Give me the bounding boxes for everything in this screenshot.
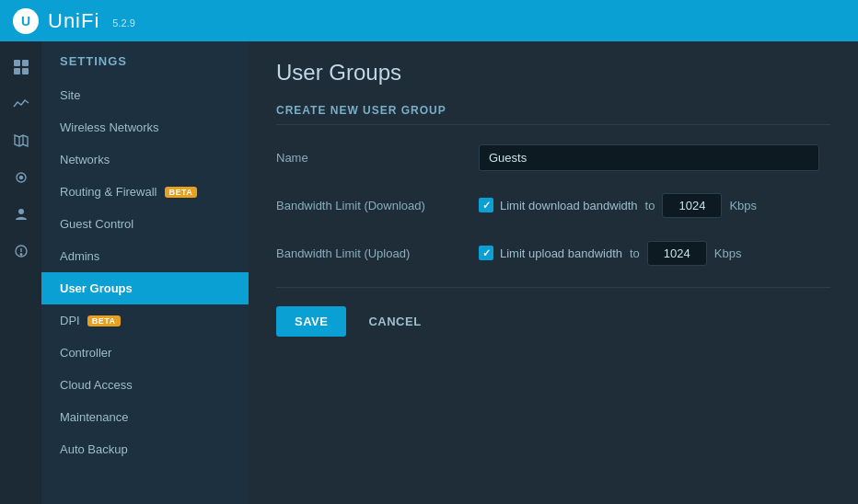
sidebar-item-cloud-access[interactable]: Cloud Access [41,369,249,401]
page-title: User Groups [276,60,830,86]
svg-point-12 [20,254,22,256]
logo-icon: U [13,8,39,34]
svg-marker-4 [15,135,28,146]
svg-rect-0 [14,60,20,66]
kbps-label-download: Kbps [729,199,757,212]
bandwidth-upload-control: Limit upload bandwidth to Kbps [479,241,830,266]
bandwidth-download-control: Limit download bandwidth to Kbps [479,193,830,218]
alerts-icon[interactable] [5,235,38,268]
main-layout: SETTINGS Site Wireless Networks Networks… [0,41,858,504]
sidebar-label-wireless: Wireless Networks [60,120,159,134]
upload-checkbox-wrap: Limit upload bandwidth [479,246,622,260]
name-input[interactable] [479,144,819,171]
svg-point-9 [18,209,24,214]
svg-rect-1 [22,60,29,66]
version-label: 5.2.9 [112,17,134,29]
sidebar-item-maintenance[interactable]: Maintenance [41,401,249,433]
limit-download-text: Limit download bandwidth [500,199,638,212]
svg-point-8 [19,177,22,179]
cancel-button[interactable]: CANCEL [359,306,430,337]
bandwidth-upload-row: Bandwidth Limit (Upload) Limit upload ba… [276,237,830,269]
stats-icon[interactable] [5,87,38,120]
to-label-upload: to [630,246,640,260]
name-label: Name [276,151,479,165]
sidebar-label-site: Site [60,88,80,102]
kbps-label-upload: Kbps [714,246,742,260]
section-header: CREATE NEW USER GROUP [276,104,830,125]
sidebar-label-networks: Networks [60,153,110,166]
sidebar-item-admins[interactable]: Admins [41,240,249,272]
map-icon[interactable] [5,124,38,157]
sidebar-label-cloud: Cloud Access [60,378,133,392]
bandwidth-download-label: Bandwidth Limit (Download) [276,199,479,212]
upload-value-input[interactable] [647,241,707,266]
routing-beta-badge: BETA [165,187,198,198]
sidebar-item-user-groups[interactable]: User Groups [41,272,249,304]
brand-name: UniFi [48,9,99,33]
icon-sidebar [0,41,41,504]
dpi-beta-badge: BETA [87,315,121,326]
sidebar-label-maintenance: Maintenance [60,410,128,424]
sidebar-item-routing-firewall[interactable]: Routing & Firewall BETA [41,176,249,208]
text-sidebar: SETTINGS Site Wireless Networks Networks… [41,41,249,504]
settings-heading: SETTINGS [41,54,249,79]
sidebar-item-networks[interactable]: Networks [41,143,249,176]
download-value-input[interactable] [662,193,722,218]
sidebar-label-dpi: DPI [60,314,80,327]
svg-rect-2 [14,68,20,74]
sidebar-item-dpi[interactable]: DPI BETA [41,304,249,337]
bandwidth-download-row: Bandwidth Limit (Download) Limit downloa… [276,189,830,221]
sidebar-label-user-groups: User Groups [60,281,133,295]
name-control [479,144,830,171]
save-button[interactable]: SAVE [276,306,346,337]
sidebar-item-controller[interactable]: Controller [41,337,249,369]
sidebar-item-site[interactable]: Site [41,79,249,111]
sidebar-item-wireless-networks[interactable]: Wireless Networks [41,111,249,143]
sidebar-label-admins: Admins [60,249,99,263]
action-buttons: SAVE CANCEL [276,306,830,337]
clients-icon[interactable] [5,198,38,231]
sidebar-item-guest-control[interactable]: Guest Control [41,208,249,240]
content-area: User Groups CREATE NEW USER GROUP Name B… [249,41,858,504]
download-checkbox-wrap: Limit download bandwidth [479,198,638,212]
sidebar-label-auto-backup: Auto Backup [60,442,128,456]
to-label-download: to [645,199,655,212]
name-row: Name [276,142,830,173]
limit-upload-checkbox[interactable] [479,246,493,260]
devices-icon[interactable] [5,161,38,194]
sidebar-label-controller: Controller [60,346,111,360]
limit-upload-text: Limit upload bandwidth [500,246,622,260]
sidebar-label-guest: Guest Control [60,217,133,231]
svg-rect-3 [22,68,29,74]
sidebar-item-auto-backup[interactable]: Auto Backup [41,433,249,465]
form-divider [276,287,830,288]
topbar: U UniFi 5.2.9 [0,0,858,41]
bandwidth-upload-label: Bandwidth Limit (Upload) [276,246,479,260]
limit-download-checkbox[interactable] [479,198,493,212]
dashboard-icon[interactable] [5,51,38,84]
sidebar-label-routing: Routing & Firewall [60,185,157,199]
